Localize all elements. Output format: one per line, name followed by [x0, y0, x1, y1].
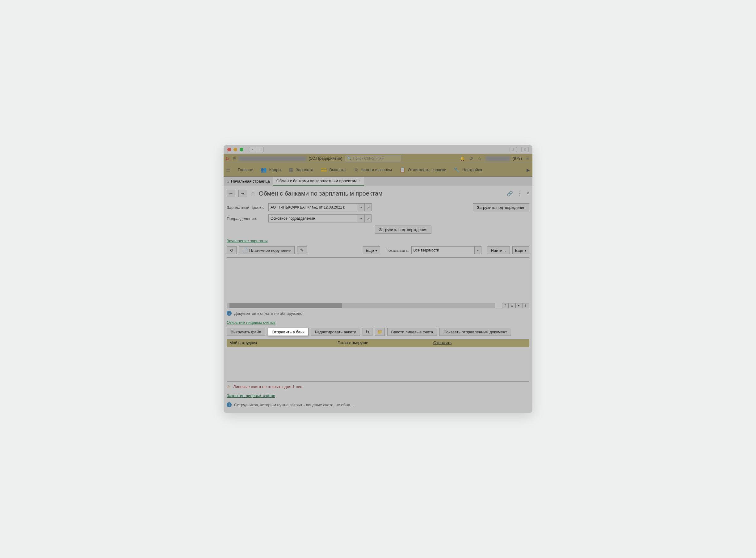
- col-postpone[interactable]: Отложить: [431, 339, 529, 347]
- nav-reports[interactable]: 📋Отчетность, справки: [399, 167, 446, 173]
- salary-credit-link[interactable]: Зачисление зарплаты: [227, 238, 268, 243]
- open-icon[interactable]: ↗: [365, 214, 371, 223]
- menu-icon[interactable]: ≡: [233, 156, 236, 161]
- dept-label: Подразделение:: [227, 216, 268, 221]
- export-file-button[interactable]: Выгрузить файл: [227, 328, 265, 336]
- scroll-first-icon[interactable]: ⤒: [502, 303, 509, 308]
- tab-close-icon[interactable]: ×: [359, 179, 361, 183]
- payment-order-button[interactable]: 📄Платежное поручение: [239, 246, 295, 254]
- col-ready[interactable]: Готов к выгрузке: [335, 339, 431, 347]
- forward-button[interactable]: →: [238, 190, 247, 197]
- info-icon: i: [227, 311, 232, 316]
- refresh-icon[interactable]: ↻: [227, 246, 237, 254]
- dept-input[interactable]: Основное подразделение: [268, 214, 358, 223]
- blurred-title: xxxxxx: [238, 156, 306, 161]
- close-status: Сотрудников, которым нужно закрыть лицев…: [234, 403, 354, 407]
- more-button-2[interactable]: Еще ▾: [512, 246, 529, 254]
- show-sent-button[interactable]: Показать отправленный документ: [440, 328, 511, 336]
- close-page-icon[interactable]: ×: [526, 191, 529, 197]
- edit-icon[interactable]: ✎: [297, 246, 307, 254]
- more-button-1[interactable]: Еще ▾: [363, 246, 380, 254]
- app-logo: 1℮: [226, 156, 230, 161]
- folder-icon[interactable]: 📁: [375, 328, 385, 336]
- share-icon[interactable]: ⇪: [510, 147, 517, 152]
- tab-bar: ⌂ Начальная страница Обмен с банками по …: [224, 177, 532, 186]
- scroll-last-icon[interactable]: ⤓: [522, 303, 529, 308]
- settings-icon[interactable]: ≡: [524, 155, 530, 161]
- close-accounts-link[interactable]: Закрытие лицевых счетов: [227, 393, 275, 398]
- nav-salary[interactable]: ▦Зарплата: [289, 167, 313, 173]
- scroll-down-icon[interactable]: ▼: [516, 303, 522, 308]
- search-input[interactable]: 🔍 Поиск Ctrl+Shift+F: [345, 155, 402, 162]
- tab-home[interactable]: ⌂ Начальная страница: [224, 177, 273, 186]
- maximize-window-icon[interactable]: [240, 148, 243, 151]
- enter-accounts-button[interactable]: Ввести лицевые счета: [387, 328, 437, 336]
- dropdown-icon[interactable]: ▾: [475, 246, 481, 254]
- app-header: 1℮ ≡ xxxxxx (1С:Предприятие) 🔍 Поиск Ctr…: [224, 154, 532, 163]
- nav-payments[interactable]: 💳Выплаты: [321, 167, 346, 173]
- nav-burger[interactable]: ☰: [226, 167, 230, 173]
- user-count: (979): [513, 156, 522, 161]
- find-button[interactable]: Найти...: [487, 246, 510, 254]
- link-icon[interactable]: 🔗: [507, 191, 513, 197]
- accounts-warning: Лицевые счета не открыты для 1 чел.: [233, 384, 304, 389]
- nav-main[interactable]: Главное: [238, 168, 253, 172]
- windows-icon[interactable]: ⧉: [521, 147, 529, 152]
- close-window-icon[interactable]: [227, 148, 231, 151]
- window-titlebar: ‹ › ⇪ ⧉: [224, 145, 532, 154]
- minimize-window-icon[interactable]: [233, 148, 237, 151]
- nav-more-icon[interactable]: ▶: [526, 168, 530, 172]
- app-suffix: (1С:Предприятие): [309, 156, 342, 161]
- nav-taxes[interactable]: %Налоги и взносы: [354, 167, 392, 173]
- documents-grid[interactable]: ⤒ ▲ ▼ ⤓: [227, 257, 529, 308]
- search-icon: 🔍: [347, 156, 352, 161]
- page-title: Обмен с банками по зарплатным проектам: [259, 190, 383, 197]
- show-label: Показывать:: [386, 248, 409, 253]
- kebab-icon[interactable]: ⋮: [517, 191, 522, 197]
- info-icon: i: [227, 402, 232, 407]
- employees-grid-body[interactable]: [227, 347, 529, 381]
- home-icon: ⌂: [227, 179, 229, 183]
- edit-form-button[interactable]: Редактировать анкету: [311, 328, 360, 336]
- star-icon[interactable]: ☆: [477, 155, 483, 161]
- horizontal-scrollbar[interactable]: [227, 303, 495, 308]
- bell-icon[interactable]: 🔔: [460, 155, 466, 161]
- salary-status: Документов к оплате не обнаружено: [234, 311, 302, 316]
- refresh-icon[interactable]: ↻: [363, 328, 372, 336]
- nav-staff[interactable]: 👥Кадры: [261, 167, 281, 173]
- history-icon[interactable]: ↺: [468, 155, 474, 161]
- load-confirm-button[interactable]: Загрузить подтверждения: [473, 203, 529, 211]
- scroll-up-icon[interactable]: ▲: [509, 303, 516, 308]
- employees-grid: Мой сотрудник Готов к выгрузке Отложить: [227, 339, 529, 382]
- load-confirm-button-2[interactable]: Загрузить подтверждения: [375, 226, 432, 234]
- send-to-bank-button[interactable]: Отправить в банк: [268, 328, 309, 336]
- blurred-user: xxx: [486, 156, 510, 161]
- back-button[interactable]: ←: [227, 190, 235, 197]
- open-accounts-link[interactable]: Открытие лицевых счетов: [227, 320, 276, 325]
- dropdown-icon[interactable]: ▾: [358, 203, 365, 211]
- nav-back-icon[interactable]: ‹: [249, 147, 256, 152]
- warning-icon: ⚠: [227, 384, 231, 389]
- col-employee[interactable]: Мой сотрудник: [227, 339, 335, 347]
- tab-exchange[interactable]: Обмен с банками по зарплатным проектам ×: [273, 177, 364, 186]
- favorite-icon[interactable]: ☆: [250, 190, 256, 197]
- nav-settings[interactable]: 🔧Настройка: [454, 167, 482, 173]
- nav-forward-icon[interactable]: ›: [256, 147, 264, 152]
- show-filter-input[interactable]: Все ведомости: [411, 246, 475, 254]
- open-icon[interactable]: ↗: [365, 203, 371, 211]
- dropdown-icon[interactable]: ▾: [358, 214, 365, 223]
- project-label: Зарплатный проект:: [227, 205, 268, 210]
- page-title-row: ← → ☆ Обмен с банками по зарплатным прое…: [224, 186, 532, 203]
- nav-bar: ☰ Главное 👥Кадры ▦Зарплата 💳Выплаты %Нал…: [224, 163, 532, 177]
- project-input[interactable]: АО "ТИНЬКОФФ БАНК" №1 от 12.08.2021 г.: [268, 203, 358, 211]
